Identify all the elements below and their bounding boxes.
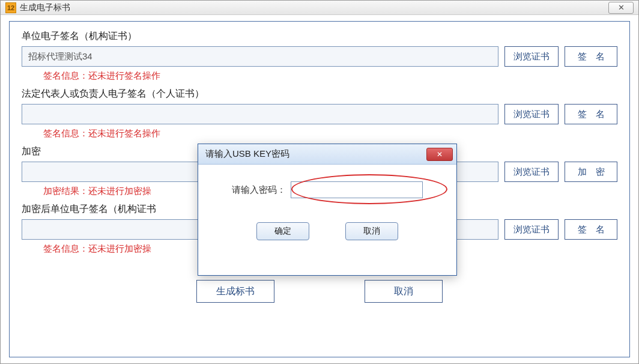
org-sign-button[interactable]: 签 名 (565, 46, 617, 67)
encrypt-button[interactable]: 加 密 (565, 162, 617, 182)
org-browse-cert-button[interactable]: 浏览证书 (504, 46, 559, 67)
dialog-input-row: 请输入密码： (216, 181, 438, 198)
person-sign-button[interactable]: 签 名 (565, 104, 617, 124)
usb-key-password-dialog: 请输入USB KEY密码 ✕ 请输入密码： 确定 取消 (198, 144, 457, 276)
org-sign-row: 浏览证书 签 名 (22, 46, 617, 67)
org-sign-label: 单位电子签名（机构证书） (22, 30, 617, 43)
bottom-buttons: 生成标书 取消 (10, 280, 629, 303)
app-icon: 12 (5, 2, 16, 13)
dialog-title: 请输入USB KEY密码 (205, 148, 289, 160)
section-org-sign: 单位电子签名（机构证书） 浏览证书 签 名 签名信息：还未进行签名操作 (22, 30, 617, 82)
main-window: 12 生成电子标书 ✕ 单位电子签名（机构证书） 浏览证书 签 名 签名信息：还… (0, 0, 639, 364)
dialog-buttons: 确定 取消 (256, 222, 398, 240)
password-label: 请输入密码： (232, 184, 286, 196)
window-close-button[interactable]: ✕ (608, 2, 634, 14)
org-sign-input[interactable] (22, 46, 498, 67)
password-input[interactable] (291, 181, 423, 198)
post-encrypt-sign-button[interactable]: 签 名 (565, 219, 617, 240)
dialog-cancel-button[interactable]: 取消 (345, 222, 398, 240)
dialog-titlebar: 请输入USB KEY密码 ✕ (198, 144, 456, 165)
person-sign-input[interactable] (22, 104, 498, 124)
main-cancel-button[interactable]: 取消 (365, 280, 443, 303)
dialog-close-button[interactable]: ✕ (426, 148, 453, 161)
person-sign-status: 签名信息：还未进行签名操作 (43, 128, 617, 139)
person-sign-label: 法定代表人或负责人电子签名（个人证书） (22, 88, 617, 100)
window-title: 生成电子标书 (20, 2, 70, 13)
dialog-ok-button[interactable]: 确定 (256, 222, 309, 240)
encrypt-browse-cert-button[interactable]: 浏览证书 (504, 162, 559, 182)
person-sign-row: 浏览证书 签 名 (22, 104, 617, 124)
titlebar: 12 生成电子标书 ✕ (1, 1, 638, 15)
dialog-body: 请输入密码： 确定 取消 (198, 165, 456, 250)
generate-bid-button[interactable]: 生成标书 (196, 280, 274, 303)
titlebar-left: 12 生成电子标书 (5, 2, 70, 13)
section-person-sign: 法定代表人或负责人电子签名（个人证书） 浏览证书 签 名 签名信息：还未进行签名… (22, 88, 617, 139)
person-browse-cert-button[interactable]: 浏览证书 (504, 104, 559, 124)
content-area: 单位电子签名（机构证书） 浏览证书 签 名 签名信息：还未进行签名操作 法定代表… (1, 15, 638, 363)
post-encrypt-browse-cert-button[interactable]: 浏览证书 (504, 219, 559, 240)
org-sign-status: 签名信息：还未进行签名操作 (43, 70, 617, 82)
